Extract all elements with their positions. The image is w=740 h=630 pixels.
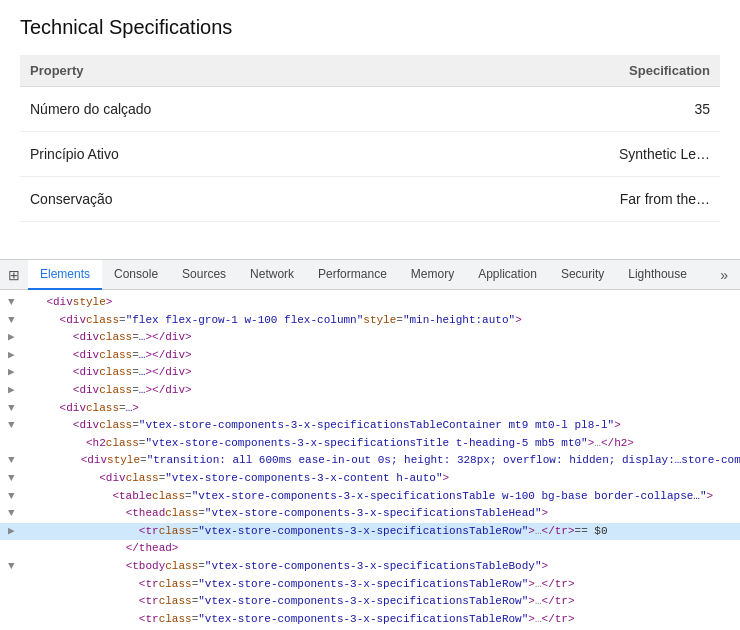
page-title: Technical Specifications [20,16,720,39]
code-line: ▼ <thead class="vtex-store-components-3-… [0,505,740,523]
specs-table: Property Specification Número do calçado… [20,55,720,222]
code-line: ▼ <div class=…> [0,400,740,418]
devtools-toggle-button[interactable]: ⊞ [4,265,24,285]
tab-more[interactable]: » [712,267,736,283]
tab-security[interactable]: Security [549,260,616,290]
spec-cell: 35 [412,87,720,132]
table-row: Número do calçado35 [20,87,720,132]
code-line: <tr class="vtex-store-components-3-x-spe… [0,576,740,594]
code-line: ▶ <div class=…></div> [0,364,740,382]
code-line: <tr class="vtex-store-components-3-x-spe… [0,593,740,611]
code-line: ▼ <table class="vtex-store-components-3-… [0,488,740,506]
tab-network[interactable]: Network [238,260,306,290]
top-content: Technical Specifications Property Specif… [0,0,740,222]
tab-elements[interactable]: Elements [28,260,102,290]
code-line: </thead> [0,540,740,558]
tab-memory[interactable]: Memory [399,260,466,290]
code-line: ▼ <div class="vtex-store-components-3-x-… [0,417,740,435]
code-line: ▼ <div class="flex flex-grow-1 w-100 fle… [0,312,740,330]
tab-console[interactable]: Console [102,260,170,290]
spec-cell: Far from the… [412,177,720,222]
property-header: Property [20,55,412,87]
property-cell: Conservação [20,177,412,222]
code-line[interactable]: ▶ <tr class="vtex-store-components-3-x-s… [0,523,740,541]
property-cell: Princípio Ativo [20,132,412,177]
tab-performance[interactable]: Performance [306,260,399,290]
table-row: Princípio AtivoSynthetic Le… [20,132,720,177]
code-line: ▼ <div style> [0,294,740,312]
code-line: ▼ <tbody class="vtex-store-components-3-… [0,558,740,576]
tab-application[interactable]: Application [466,260,549,290]
table-row: ConservaçãoFar from the… [20,177,720,222]
code-line: ▶ <div class=…></div> [0,347,740,365]
code-line: <tr class="vtex-store-components-3-x-spe… [0,611,740,629]
devtools-code-area: ▼ <div style>▼ <div class="flex flex-gro… [0,290,740,630]
devtools-panel: ⊞ Elements Console Sources Network Perfo… [0,259,740,630]
spec-cell: Synthetic Le… [412,132,720,177]
tab-sources[interactable]: Sources [170,260,238,290]
devtools-tab-bar: ⊞ Elements Console Sources Network Perfo… [0,260,740,290]
code-line: ▶ <div class=…></div> [0,329,740,347]
code-line: ▼ <div class="vtex-store-components-3-x-… [0,470,740,488]
code-line: ▶ <div class=…></div> [0,382,740,400]
specification-header: Specification [412,55,720,87]
code-line: ▼ <div style="transition: all 600ms ease… [0,452,740,470]
code-line: <h2 class="vtex-store-components-3-x-spe… [0,435,740,453]
tab-lighthouse[interactable]: Lighthouse [616,260,699,290]
property-cell: Número do calçado [20,87,412,132]
table-header-row: Property Specification [20,55,720,87]
